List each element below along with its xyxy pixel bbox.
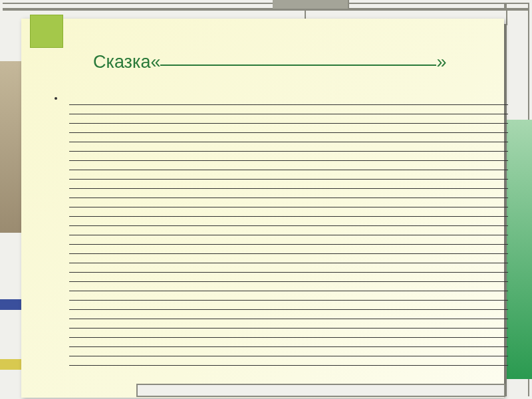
blank-line	[69, 254, 508, 263]
blank-line	[69, 189, 508, 198]
blank-line	[69, 301, 508, 310]
blank-line	[69, 273, 508, 282]
blank-line	[69, 310, 508, 319]
blank-line	[69, 329, 508, 338]
main-card: Сказка«»	[21, 19, 504, 398]
blank-line	[69, 97, 508, 105]
blank-line	[69, 124, 508, 133]
blank-line	[69, 161, 508, 170]
blank-line	[69, 347, 508, 356]
blank-line	[69, 319, 508, 329]
blank-line	[69, 356, 508, 366]
decor-left-blue	[0, 299, 21, 310]
blank-line	[69, 180, 508, 189]
decor-left-brown	[0, 61, 21, 233]
title-prefix: Сказка«	[93, 52, 160, 72]
bullet-dot	[55, 97, 57, 100]
blank-line	[69, 235, 508, 245]
blank-line	[69, 198, 508, 207]
blank-line	[69, 245, 508, 254]
frame-line-top	[3, 3, 529, 4]
slide-title: Сказка«»	[93, 52, 446, 72]
title-suffix: »	[436, 52, 446, 72]
blank-line	[69, 338, 508, 347]
body-lines	[69, 97, 508, 366]
blank-line	[69, 105, 508, 114]
blank-line	[69, 226, 508, 235]
blank-line	[69, 170, 508, 180]
blank-line	[69, 282, 508, 291]
blank-line	[69, 142, 508, 152]
decor-tab-top	[273, 0, 349, 9]
blank-line	[69, 263, 508, 273]
decor-left-yellow	[0, 359, 21, 370]
blank-line	[69, 152, 508, 161]
decor-green-square	[30, 15, 63, 48]
decor-right-green	[507, 120, 532, 379]
blank-line	[69, 207, 508, 217]
blank-line	[69, 114, 508, 124]
title-blank-line	[160, 65, 436, 66]
blank-line	[69, 291, 508, 301]
blank-line	[69, 133, 508, 142]
blank-line	[69, 217, 508, 226]
decor-inset-bottom	[136, 384, 505, 397]
